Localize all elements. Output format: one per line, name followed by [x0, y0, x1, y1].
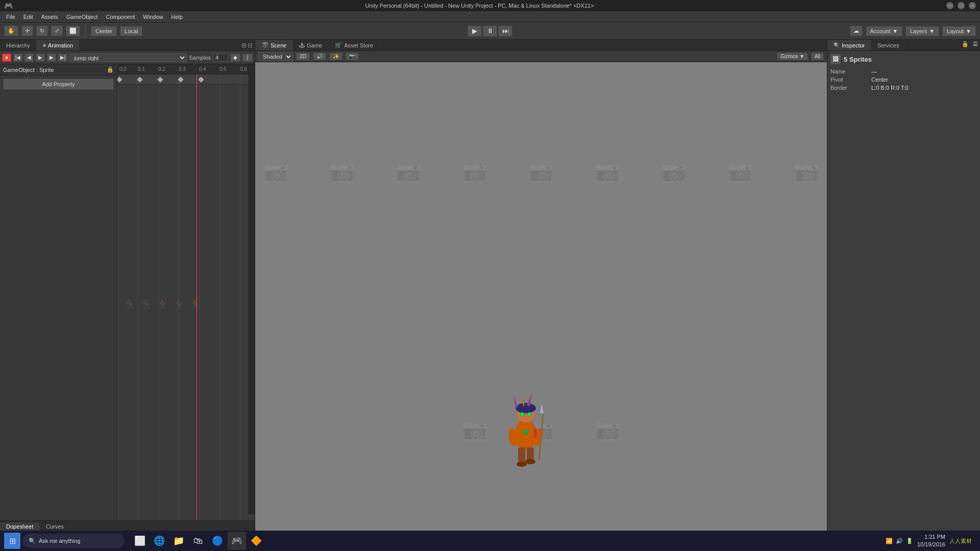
task-edge-icon[interactable]: 🌐 [150, 532, 168, 550]
left-panel: Hierarchy Animation ⊞ ⊟ ● |◀ ◀ ▶ ▶ ▶| ju… [0, 40, 255, 538]
clip-dropdown[interactable]: jump right [69, 54, 187, 62]
layers-label: Layers [910, 28, 927, 34]
anim-record-button[interactable]: ● [2, 54, 11, 62]
account-dropdown[interactable]: Account ▼ [866, 26, 903, 36]
pause-button[interactable]: ⏸ [483, 26, 497, 37]
svg-marker-3 [513, 394, 518, 408]
collapse-icon[interactable]: ⊟ [248, 42, 253, 49]
rotate-tool[interactable]: ↻ [36, 26, 48, 36]
layout-label: Layout [947, 28, 964, 34]
character-sprite [495, 384, 556, 477]
layout-dropdown[interactable]: Layout ▼ [942, 26, 976, 36]
task-view-icon[interactable]: ⬜ [131, 532, 149, 550]
close-button[interactable]: × [969, 2, 976, 9]
keyframe-5[interactable] [198, 77, 204, 82]
network-icon: 📶 [886, 538, 893, 544]
task-store-icon[interactable]: 🛍 [189, 532, 207, 550]
all-button[interactable]: All [811, 53, 824, 60]
2d-button[interactable]: 2D [296, 53, 310, 60]
keyframe-area[interactable]: 🏃 🏃 🏃 🏃 🏃 [117, 74, 255, 520]
gizmos-button[interactable]: Gizmos ▼ [777, 53, 808, 60]
samples-input[interactable] [213, 54, 228, 62]
menu-assets[interactable]: Assets [37, 13, 62, 21]
tab-dopesheet[interactable]: Dopesheet [0, 522, 40, 531]
play-button[interactable]: ▶ [468, 26, 482, 37]
lock-icon[interactable]: 🔒 [107, 66, 114, 73]
store-icon: 🛒 [335, 42, 342, 48]
timeline-area: GameObject : Sprite 🔒 Add Property 0:0 0… [0, 64, 255, 520]
anim-next-button[interactable]: ▶| [58, 54, 67, 62]
game-tab-label: Game [307, 42, 322, 48]
animation-tab-label: Animation [48, 42, 73, 48]
move-tool[interactable]: ✛ [21, 26, 33, 36]
space-button[interactable]: Local [120, 26, 142, 36]
keyframe-1[interactable] [117, 77, 122, 82]
timeline-vscroll[interactable] [249, 64, 255, 514]
step-button[interactable]: ⏭ [498, 26, 512, 37]
keyframe-4[interactable] [178, 77, 183, 82]
inspector-lock-icon[interactable]: 🔒 [960, 40, 971, 51]
anim-play-button[interactable]: ▶ [36, 54, 45, 62]
menu-file[interactable]: File [2, 13, 19, 21]
tab-curves[interactable]: Curves [40, 522, 70, 531]
start-button[interactable]: ⊞ [4, 533, 20, 549]
border-label: Border [830, 85, 871, 91]
menu-window[interactable]: Window [139, 13, 167, 21]
inspector-border-row: Border L:0 B:0 R:0 T:0 [830, 85, 977, 91]
layers-dropdown[interactable]: Layers ▼ [905, 26, 939, 36]
main-area: Hierarchy Animation ⊞ ⊟ ● |◀ ◀ ▶ ▶ ▶| ju… [0, 40, 980, 538]
minimize-button[interactable]: — [946, 2, 953, 9]
taskbar-search[interactable]: 🔍 Ask me anything [22, 534, 125, 548]
maximize-button[interactable]: □ [958, 2, 965, 9]
anim-next-key[interactable]: ▶ [47, 54, 56, 62]
task-folder-icon[interactable]: 📁 [169, 532, 188, 550]
expand-icon[interactable]: ⊞ [241, 42, 247, 49]
tab-services[interactable]: Services [871, 40, 905, 51]
svg-marker-13 [540, 404, 544, 413]
right-panel: 🔍 Inspector Services 🔒 ☰ 🖼 5 Sprites Nam… [827, 40, 980, 538]
main-toolbar: ✋ ✛ ↻ ⤢ ⬜ Center Local ▶ ⏸ ⏭ ☁ Account ▼… [0, 22, 980, 40]
ruler-2: 0:2 [158, 66, 165, 72]
menu-help[interactable]: Help [167, 13, 187, 21]
rect-tool[interactable]: ⬜ [66, 26, 80, 36]
menu-edit[interactable]: Edit [19, 13, 37, 21]
timeline-ruler: 0:0 0:1 0:2 0:3 0:4 0:5 0:6 0:7 1:0 [117, 64, 255, 74]
menu-gameobject[interactable]: GameObject [62, 13, 102, 21]
camera-button[interactable]: 📷 [346, 53, 359, 60]
inspector-tab-label: Inspector [842, 42, 865, 48]
property-list: GameObject : Sprite 🔒 Add Property [0, 64, 117, 520]
task-chrome-icon[interactable]: 🔵 [208, 532, 227, 550]
add-property-button[interactable]: Add Property [3, 79, 114, 90]
tab-inspector[interactable]: 🔍 Inspector [827, 40, 871, 51]
cloud-button[interactable]: ☁ [850, 26, 863, 36]
anim-add-key[interactable]: ◆ [230, 54, 240, 62]
scale-tool[interactable]: ⤢ [51, 26, 63, 36]
tab-animation[interactable]: Animation [37, 40, 80, 51]
inspector-menu-icon[interactable]: ☰ [971, 40, 980, 51]
playhead[interactable] [197, 74, 197, 520]
inspector-name-row: Name — [830, 68, 977, 74]
inspector-body: 🖼 5 Sprites Name — Pivot Center Border L… [827, 51, 980, 538]
tab-scene[interactable]: 🎬 Scene [255, 40, 293, 51]
anim-prev-key[interactable]: ◀ [24, 54, 34, 62]
menu-component[interactable]: Component [102, 13, 139, 21]
tab-asset-store[interactable]: 🛒 Asset Store [329, 40, 380, 51]
tab-game[interactable]: 🕹 Game [293, 40, 329, 51]
audio-button[interactable]: 🔊 [313, 53, 326, 60]
pivot-button[interactable]: Center [91, 26, 117, 36]
scene-view[interactable]: 📷📷📷📷 📷📷📷📷 📷📷📷📷 [255, 62, 827, 538]
keyframe-2[interactable] [137, 77, 142, 82]
svg-point-8 [521, 413, 523, 415]
keyframe-3[interactable] [157, 77, 163, 82]
volume-icon: 🔊 [896, 538, 903, 544]
effects-button[interactable]: ✨ [329, 53, 342, 60]
hand-tool[interactable]: ✋ [4, 26, 18, 36]
taskbar: ⊞ 🔍 Ask me anything ⬜ 🌐 📁 🛍 🔵 🎮 🔶 📶 🔊 🔋 … [0, 531, 980, 551]
shaded-dropdown[interactable]: Shaded [258, 52, 293, 61]
tab-hierarchy[interactable]: Hierarchy [0, 40, 37, 51]
task-app-icon[interactable]: 🔶 [247, 532, 265, 550]
name-value: — [871, 68, 977, 74]
anim-prev-button[interactable]: |◀ [13, 54, 22, 62]
task-unity-icon[interactable]: 🎮 [228, 532, 246, 550]
anim-add-event[interactable]: | [242, 54, 253, 62]
